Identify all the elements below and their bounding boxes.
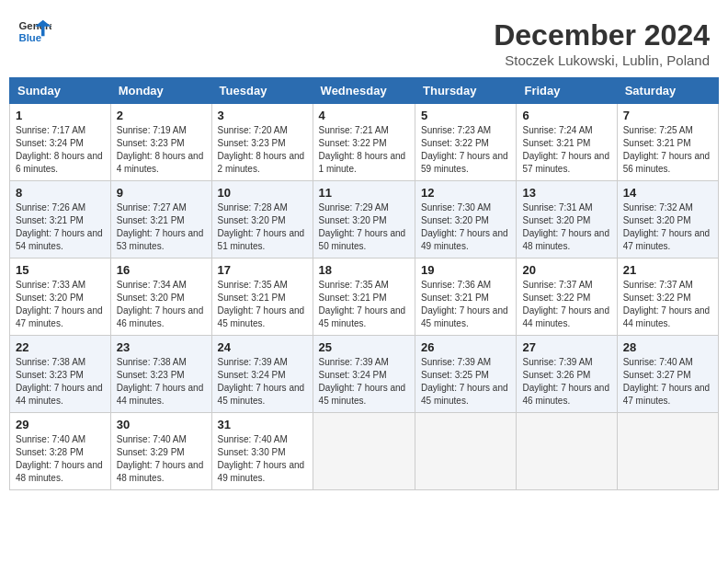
day-number: 14 — [623, 186, 712, 200]
month-title: December 2024 — [494, 18, 710, 52]
weekday-header: Tuesday — [211, 78, 313, 104]
calendar-day-cell: 21 Sunrise: 7:37 AMSunset: 3:22 PMDaylig… — [617, 259, 718, 336]
calendar-day-cell — [517, 413, 617, 490]
calendar-day-cell: 13 Sunrise: 7:31 AMSunset: 3:20 PMDaylig… — [517, 181, 617, 259]
day-number: 13 — [522, 186, 610, 200]
calendar-day-cell: 31 Sunrise: 7:40 AMSunset: 3:30 PMDaylig… — [211, 413, 313, 490]
day-info: Sunrise: 7:20 AMSunset: 3:23 PMDaylight:… — [218, 124, 307, 176]
calendar-day-cell: 6 Sunrise: 7:24 AMSunset: 3:21 PMDayligh… — [517, 104, 617, 181]
day-info: Sunrise: 7:39 AMSunset: 3:24 PMDaylight:… — [319, 356, 409, 408]
day-number: 4 — [319, 109, 409, 122]
calendar-day-cell — [313, 413, 415, 490]
day-info: Sunrise: 7:33 AMSunset: 3:20 PMDaylight:… — [16, 279, 105, 330]
calendar-week-row: 22 Sunrise: 7:38 AMSunset: 3:23 PMDaylig… — [10, 336, 719, 413]
day-number: 11 — [319, 186, 409, 200]
day-number: 9 — [117, 186, 206, 200]
calendar-table: SundayMondayTuesdayWednesdayThursdayFrid… — [9, 77, 719, 490]
day-info: Sunrise: 7:35 AMSunset: 3:21 PMDaylight:… — [319, 279, 409, 330]
day-info: Sunrise: 7:26 AMSunset: 3:21 PMDaylight:… — [16, 201, 105, 253]
calendar-day-cell: 16 Sunrise: 7:34 AMSunset: 3:20 PMDaylig… — [110, 259, 211, 336]
day-info: Sunrise: 7:30 AMSunset: 3:20 PMDaylight:… — [421, 201, 510, 253]
calendar-day-cell: 18 Sunrise: 7:35 AMSunset: 3:21 PMDaylig… — [313, 259, 415, 336]
calendar-day-cell: 28 Sunrise: 7:40 AMSunset: 3:27 PMDaylig… — [617, 336, 718, 413]
day-info: Sunrise: 7:38 AMSunset: 3:23 PMDaylight:… — [117, 356, 206, 408]
day-info: Sunrise: 7:37 AMSunset: 3:22 PMDaylight:… — [522, 279, 610, 330]
calendar-week-row: 15 Sunrise: 7:33 AMSunset: 3:20 PMDaylig… — [10, 259, 719, 336]
day-info: Sunrise: 7:24 AMSunset: 3:21 PMDaylight:… — [522, 124, 610, 176]
day-info: Sunrise: 7:40 AMSunset: 3:27 PMDaylight:… — [623, 356, 712, 408]
day-info: Sunrise: 7:25 AMSunset: 3:21 PMDaylight:… — [623, 124, 712, 176]
day-info: Sunrise: 7:39 AMSunset: 3:25 PMDaylight:… — [421, 356, 510, 408]
weekday-header: Monday — [110, 78, 211, 104]
day-info: Sunrise: 7:32 AMSunset: 3:20 PMDaylight:… — [623, 201, 712, 253]
weekday-header: Wednesday — [313, 78, 415, 104]
day-info: Sunrise: 7:39 AMSunset: 3:26 PMDaylight:… — [522, 356, 610, 408]
day-info: Sunrise: 7:19 AMSunset: 3:23 PMDaylight:… — [117, 124, 206, 176]
calendar-day-cell: 2 Sunrise: 7:19 AMSunset: 3:23 PMDayligh… — [110, 104, 211, 181]
calendar-day-cell: 5 Sunrise: 7:23 AMSunset: 3:22 PMDayligh… — [415, 104, 517, 181]
day-info: Sunrise: 7:36 AMSunset: 3:21 PMDaylight:… — [421, 279, 510, 330]
calendar-day-cell: 14 Sunrise: 7:32 AMSunset: 3:20 PMDaylig… — [617, 181, 718, 259]
day-number: 7 — [623, 109, 712, 122]
day-info: Sunrise: 7:34 AMSunset: 3:20 PMDaylight:… — [117, 279, 206, 330]
day-number: 23 — [117, 340, 206, 354]
calendar-week-row: 29 Sunrise: 7:40 AMSunset: 3:28 PMDaylig… — [10, 413, 719, 490]
day-info: Sunrise: 7:21 AMSunset: 3:22 PMDaylight:… — [319, 124, 409, 176]
day-number: 22 — [16, 340, 105, 354]
day-info: Sunrise: 7:37 AMSunset: 3:22 PMDaylight:… — [623, 279, 712, 330]
day-number: 18 — [319, 263, 409, 277]
calendar-day-cell: 30 Sunrise: 7:40 AMSunset: 3:29 PMDaylig… — [110, 413, 211, 490]
calendar-day-cell: 29 Sunrise: 7:40 AMSunset: 3:28 PMDaylig… — [10, 413, 111, 490]
calendar-day-cell: 3 Sunrise: 7:20 AMSunset: 3:23 PMDayligh… — [211, 104, 313, 181]
calendar-week-row: 1 Sunrise: 7:17 AMSunset: 3:24 PMDayligh… — [10, 104, 719, 181]
calendar-day-cell: 9 Sunrise: 7:27 AMSunset: 3:21 PMDayligh… — [110, 181, 211, 259]
weekday-header: Friday — [517, 78, 617, 104]
day-number: 16 — [117, 263, 206, 277]
day-number: 6 — [522, 109, 610, 122]
day-number: 28 — [623, 340, 712, 354]
calendar-week-row: 8 Sunrise: 7:26 AMSunset: 3:21 PMDayligh… — [10, 181, 719, 259]
calendar-day-cell: 25 Sunrise: 7:39 AMSunset: 3:24 PMDaylig… — [313, 336, 415, 413]
calendar-day-cell: 23 Sunrise: 7:38 AMSunset: 3:23 PMDaylig… — [110, 336, 211, 413]
calendar-day-cell: 24 Sunrise: 7:39 AMSunset: 3:24 PMDaylig… — [211, 336, 313, 413]
day-number: 21 — [623, 263, 712, 277]
day-number: 5 — [421, 109, 510, 122]
day-info: Sunrise: 7:17 AMSunset: 3:24 PMDaylight:… — [16, 124, 105, 176]
day-info: Sunrise: 7:40 AMSunset: 3:30 PMDaylight:… — [218, 433, 307, 485]
calendar-day-cell: 17 Sunrise: 7:35 AMSunset: 3:21 PMDaylig… — [211, 259, 313, 336]
day-info: Sunrise: 7:40 AMSunset: 3:29 PMDaylight:… — [117, 433, 206, 485]
day-number: 17 — [218, 263, 307, 277]
location: Stoczek Lukowski, Lublin, Poland — [494, 52, 710, 68]
page-header: General Blue December 2024 Stoczek Lukow… — [9, 9, 719, 73]
calendar-day-cell: 12 Sunrise: 7:30 AMSunset: 3:20 PMDaylig… — [415, 181, 517, 259]
day-info: Sunrise: 7:28 AMSunset: 3:20 PMDaylight:… — [218, 201, 307, 253]
weekday-header-row: SundayMondayTuesdayWednesdayThursdayFrid… — [10, 78, 719, 104]
calendar-day-cell: 19 Sunrise: 7:36 AMSunset: 3:21 PMDaylig… — [415, 259, 517, 336]
day-number: 10 — [218, 186, 307, 200]
day-number: 8 — [16, 186, 105, 200]
calendar-day-cell: 22 Sunrise: 7:38 AMSunset: 3:23 PMDaylig… — [10, 336, 111, 413]
calendar-day-cell: 26 Sunrise: 7:39 AMSunset: 3:25 PMDaylig… — [415, 336, 517, 413]
day-number: 1 — [16, 109, 105, 122]
day-number: 25 — [319, 340, 409, 354]
day-number: 3 — [218, 109, 307, 122]
day-number: 2 — [117, 109, 206, 122]
day-info: Sunrise: 7:29 AMSunset: 3:20 PMDaylight:… — [319, 201, 409, 253]
day-info: Sunrise: 7:23 AMSunset: 3:22 PMDaylight:… — [421, 124, 510, 176]
calendar-day-cell — [415, 413, 517, 490]
calendar-day-cell: 4 Sunrise: 7:21 AMSunset: 3:22 PMDayligh… — [313, 104, 415, 181]
day-number: 12 — [421, 186, 510, 200]
day-info: Sunrise: 7:39 AMSunset: 3:24 PMDaylight:… — [218, 356, 307, 408]
day-number: 27 — [522, 340, 610, 354]
calendar-day-cell: 8 Sunrise: 7:26 AMSunset: 3:21 PMDayligh… — [10, 181, 111, 259]
calendar-day-cell: 10 Sunrise: 7:28 AMSunset: 3:20 PMDaylig… — [211, 181, 313, 259]
day-number: 31 — [218, 418, 307, 431]
day-number: 26 — [421, 340, 510, 354]
day-number: 29 — [16, 418, 105, 431]
logo-icon: General Blue — [18, 18, 51, 44]
weekday-header: Saturday — [617, 78, 718, 104]
day-number: 19 — [421, 263, 510, 277]
logo: General Blue — [18, 18, 51, 44]
calendar-day-cell: 20 Sunrise: 7:37 AMSunset: 3:22 PMDaylig… — [517, 259, 617, 336]
day-number: 20 — [522, 263, 610, 277]
